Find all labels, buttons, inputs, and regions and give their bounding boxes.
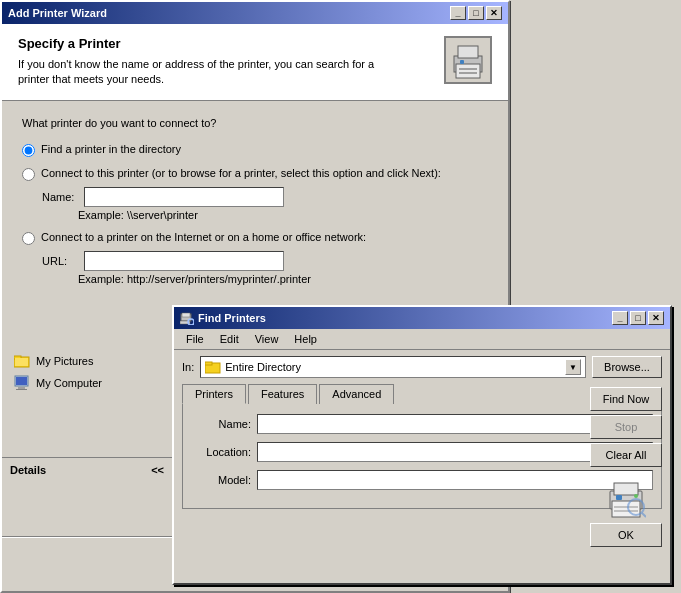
radio-find-directory[interactable]	[22, 144, 35, 157]
name-example: Example: \\server\printer	[78, 209, 488, 221]
left-panel: My Pictures My Computer	[2, 342, 172, 402]
find-printers-dialog: Find Printers _ □ ✕ File Edit View Help …	[172, 305, 672, 585]
svg-rect-2	[456, 64, 480, 78]
wizard-titlebar-buttons: _ □ ✕	[450, 6, 502, 20]
find-action-panel: Find Now Stop Clear All OK	[590, 387, 662, 547]
radio-internet-printer[interactable]	[22, 232, 35, 245]
find-location-label: Location:	[191, 446, 251, 458]
wizard-header-title: Specify a Printer	[18, 36, 378, 51]
computer-icon	[14, 375, 30, 391]
url-input[interactable]	[84, 251, 284, 271]
find-menubar: File Edit View Help	[174, 329, 670, 350]
find-model-label: Model:	[191, 474, 251, 486]
directory-dropdown[interactable]: Entire Directory ▼	[200, 356, 586, 378]
find-maximize-button[interactable]: □	[630, 311, 646, 325]
tab-advanced[interactable]: Advanced	[319, 384, 394, 404]
radio-connect-printer[interactable]	[22, 168, 35, 181]
svg-rect-8	[15, 358, 28, 366]
wizard-question: What printer do you want to connect to?	[22, 117, 488, 129]
tab-printers[interactable]: Printers	[182, 384, 246, 404]
sidebar-item-my-pictures[interactable]: My Pictures	[10, 350, 164, 372]
svg-rect-24	[614, 506, 638, 508]
browse-button[interactable]: Browse...	[592, 356, 662, 378]
find-name-label: Name:	[191, 418, 251, 430]
wizard-titlebar: Add Printer Wizard _ □ ✕	[2, 2, 508, 24]
radio-item-3: Connect to a printer on the Internet or …	[22, 231, 488, 245]
url-label: URL:	[42, 255, 78, 267]
menu-help[interactable]: Help	[286, 331, 325, 347]
my-computer-label: My Computer	[36, 377, 102, 389]
menu-edit[interactable]: Edit	[212, 331, 247, 347]
printer-icon	[446, 38, 490, 82]
clear-all-button[interactable]: Clear All	[590, 443, 662, 467]
ok-button[interactable]: OK	[590, 523, 662, 547]
wizard-close-button[interactable]: ✕	[486, 6, 502, 20]
details-section: Details <<	[2, 457, 172, 482]
svg-point-26	[634, 494, 638, 498]
in-label: In:	[182, 361, 194, 373]
radio-label-3: Connect to a printer on the Internet or …	[41, 231, 366, 243]
svg-line-28	[642, 513, 646, 517]
svg-rect-5	[459, 72, 477, 74]
stop-button[interactable]: Stop	[590, 415, 662, 439]
find-now-button[interactable]: Find Now	[590, 387, 662, 411]
svg-rect-12	[16, 389, 27, 390]
name-input[interactable]	[84, 187, 284, 207]
wizard-header: Specify a Printer If you don't know the …	[2, 24, 508, 101]
radio-label-1: Find a printer in the directory	[41, 143, 181, 155]
details-arrow[interactable]: <<	[151, 464, 164, 476]
dropdown-arrow[interactable]: ▼	[565, 359, 581, 375]
find-titlebar-buttons: _ □ ✕	[612, 311, 664, 325]
svg-rect-1	[458, 46, 478, 58]
url-input-row: URL:	[42, 251, 488, 271]
directory-icon	[205, 359, 221, 375]
svg-rect-4	[459, 68, 477, 70]
find-name-row: Name:	[191, 414, 653, 434]
find-minimize-button[interactable]: _	[612, 311, 628, 325]
find-dialog-title: Find Printers	[198, 312, 266, 324]
radio-item-2: Connect to this printer (or to browse fo…	[22, 167, 488, 181]
my-pictures-label: My Pictures	[36, 355, 93, 367]
name-label: Name:	[42, 191, 78, 203]
find-close-button[interactable]: ✕	[648, 311, 664, 325]
wizard-header-icon	[444, 36, 492, 84]
details-label: Details	[10, 464, 46, 476]
find-model-row: Model:	[191, 470, 653, 490]
printer-icon-wrapper	[590, 479, 662, 519]
wizard-maximize-button[interactable]: □	[468, 6, 484, 20]
radio-item-3-wrapper: Connect to a printer on the Internet or …	[22, 231, 488, 285]
radio-group: Find a printer in the directory Connect …	[22, 143, 488, 285]
large-printer-icon	[606, 479, 646, 519]
svg-line-17	[193, 324, 194, 325]
find-location-row: Location:	[191, 442, 653, 462]
menu-view[interactable]: View	[247, 331, 287, 347]
url-example: Example: http://server/printers/myprinte…	[78, 273, 488, 285]
radio-item-2-wrapper: Connect to this printer (or to browse fo…	[22, 167, 488, 221]
folder-icon	[14, 353, 30, 369]
menu-file[interactable]: File	[178, 331, 212, 347]
find-titlebar: Find Printers _ □ ✕	[174, 307, 670, 329]
svg-rect-10	[16, 377, 27, 385]
svg-rect-21	[614, 483, 638, 495]
tab-features[interactable]: Features	[248, 384, 317, 404]
radio-item-1: Find a printer in the directory	[22, 143, 488, 157]
wizard-minimize-button[interactable]: _	[450, 6, 466, 20]
svg-rect-14	[182, 313, 190, 317]
directory-value-text: Entire Directory	[225, 361, 301, 373]
sidebar-item-my-computer[interactable]: My Computer	[10, 372, 164, 394]
wizard-header-description: If you don't know the name or address of…	[18, 57, 378, 88]
svg-rect-19	[205, 362, 212, 365]
name-input-row: Name:	[42, 187, 488, 207]
svg-rect-11	[18, 387, 25, 389]
find-title-left: Find Printers	[180, 311, 266, 325]
find-title-icon	[180, 311, 194, 325]
wizard-body: What printer do you want to connect to? …	[2, 101, 508, 301]
directory-value-wrapper: Entire Directory	[205, 359, 301, 375]
svg-rect-25	[614, 510, 638, 512]
radio-label-2: Connect to this printer (or to browse fo…	[41, 167, 441, 179]
svg-rect-3	[460, 60, 464, 64]
find-toolbar: In: Entire Directory ▼ Browse...	[174, 350, 670, 384]
wizard-header-text: Specify a Printer If you don't know the …	[18, 36, 378, 88]
svg-rect-23	[616, 495, 622, 500]
wizard-title: Add Printer Wizard	[8, 7, 107, 19]
